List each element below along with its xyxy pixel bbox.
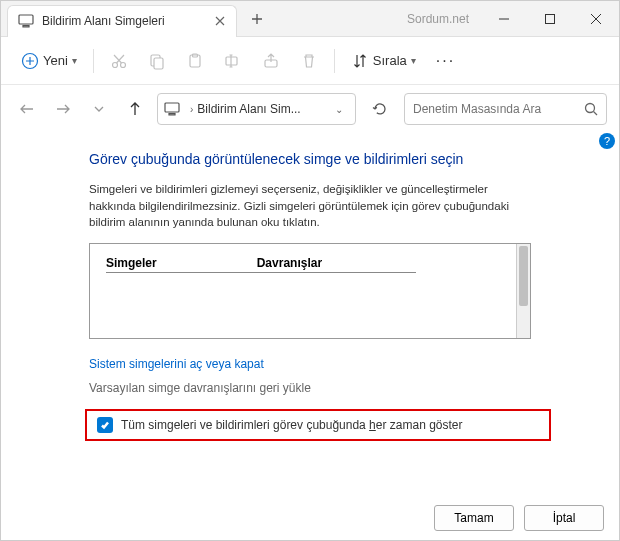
address-bar[interactable]: › Bildirim Alanı Sim... ⌄	[157, 93, 356, 125]
copy-button[interactable]	[140, 45, 174, 77]
svg-point-5	[120, 62, 125, 67]
close-button[interactable]	[573, 1, 619, 37]
paste-button[interactable]	[178, 45, 212, 77]
share-button[interactable]	[254, 45, 288, 77]
chevron-down-icon: ▾	[411, 55, 416, 66]
svg-rect-0	[19, 15, 33, 24]
monitor-icon	[164, 101, 180, 117]
cancel-button[interactable]: İptal	[524, 505, 604, 531]
monitor-icon	[18, 13, 34, 29]
new-button-label: Yeni	[43, 53, 68, 68]
forward-button[interactable]	[49, 95, 77, 123]
cut-button[interactable]	[102, 45, 136, 77]
content-pane: ? Görev çubuğunda görüntülenecek simge v…	[1, 133, 619, 441]
sort-button[interactable]: Sırala ▾	[343, 45, 424, 77]
minimize-button[interactable]	[481, 1, 527, 37]
recent-dropdown[interactable]	[85, 95, 113, 123]
chevron-right-icon: ›	[190, 104, 193, 115]
tab-close-icon[interactable]	[212, 13, 228, 29]
svg-rect-7	[154, 58, 163, 69]
svg-rect-12	[165, 103, 179, 112]
more-button[interactable]: ···	[428, 52, 463, 70]
back-button[interactable]	[13, 95, 41, 123]
dialog-footer: Tamam İptal	[434, 505, 604, 531]
always-show-checkbox[interactable]	[97, 417, 113, 433]
svg-rect-2	[546, 14, 555, 23]
highlighted-checkbox-row: Tüm simgeleri ve bildirimleri görev çubu…	[85, 409, 551, 441]
toolbar: Yeni ▾ Sırala ▾ ···	[1, 37, 619, 85]
window-tab[interactable]: Bildirim Alanı Simgeleri	[7, 5, 237, 37]
up-button[interactable]	[121, 95, 149, 123]
tab-title: Bildirim Alanı Simgeleri	[42, 14, 212, 28]
scrollbar[interactable]	[516, 244, 530, 338]
help-icon[interactable]: ?	[599, 133, 615, 149]
page-description: Simgeleri ve bildirimleri gizlemeyi seçe…	[89, 181, 531, 231]
search-box[interactable]	[404, 93, 607, 125]
maximize-button[interactable]	[527, 1, 573, 37]
column-header-behaviors[interactable]: Davranışlar	[257, 256, 322, 270]
refresh-button[interactable]	[364, 93, 396, 125]
search-input[interactable]	[413, 102, 584, 116]
svg-point-4	[112, 62, 117, 67]
page-heading: Görev çubuğunda görüntülenecek simge ve …	[89, 151, 531, 167]
scrollbar-thumb[interactable]	[519, 246, 528, 306]
svg-rect-1	[23, 26, 29, 27]
always-show-label: Tüm simgeleri ve bildirimleri görev çubu…	[121, 418, 463, 432]
svg-rect-13	[169, 114, 175, 115]
sort-button-label: Sırala	[373, 53, 407, 68]
new-button[interactable]: Yeni ▾	[13, 45, 85, 77]
delete-button[interactable]	[292, 45, 326, 77]
chevron-down-icon[interactable]: ⌄	[329, 104, 349, 115]
link-restore-defaults[interactable]: Varsayılan simge davranışlarını geri yük…	[89, 381, 531, 395]
search-icon	[584, 102, 598, 116]
column-header-icons[interactable]: Simgeler	[106, 256, 157, 270]
title-bar: Bildirim Alanı Simgeleri Sordum.net	[1, 1, 619, 37]
svg-point-14	[586, 104, 595, 113]
new-tab-button[interactable]	[241, 3, 273, 35]
chevron-down-icon: ▾	[72, 55, 77, 66]
watermark: Sordum.net	[407, 12, 469, 26]
icons-table: Simgeler Davranışlar	[89, 243, 531, 339]
link-system-icons[interactable]: Sistem simgelerini aç veya kapat	[89, 357, 531, 371]
rename-button[interactable]	[216, 45, 250, 77]
breadcrumb-text: Bildirim Alanı Sim...	[197, 102, 329, 116]
ok-button[interactable]: Tamam	[434, 505, 514, 531]
nav-bar: › Bildirim Alanı Sim... ⌄	[1, 85, 619, 133]
